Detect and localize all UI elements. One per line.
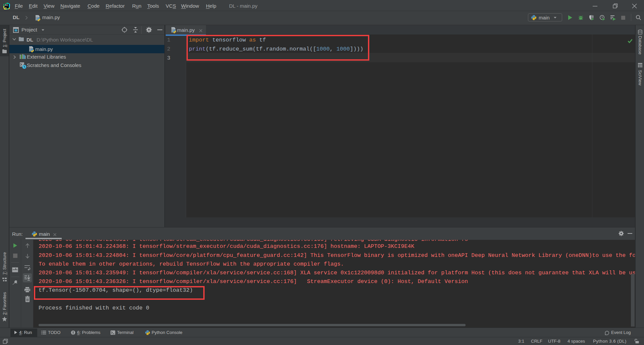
svg-text:PC: PC <box>5 4 8 6</box>
